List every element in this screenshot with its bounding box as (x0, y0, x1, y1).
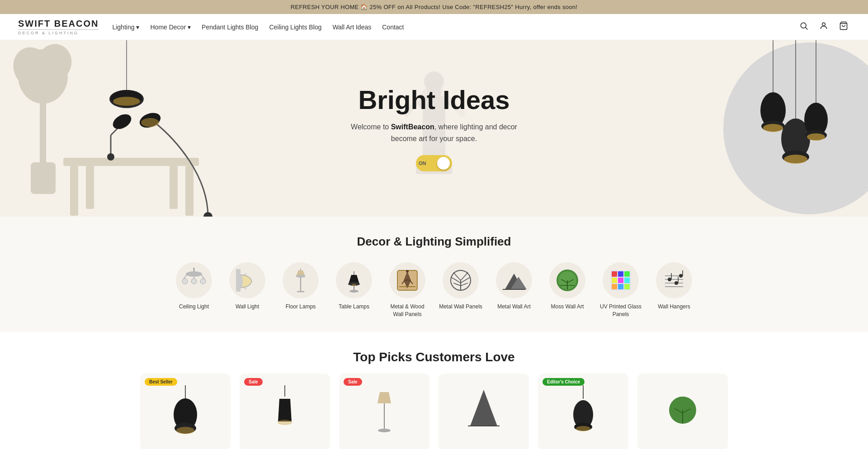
nav-lighting[interactable]: Lighting ▾ (112, 24, 139, 31)
toggle-switch[interactable]: ON (416, 155, 452, 171)
product-card[interactable]: Sale (339, 373, 429, 449)
chevron-down-icon: ▾ (136, 24, 139, 31)
svg-point-20 (110, 111, 134, 132)
svg-rect-86 (618, 284, 623, 289)
svg-line-1 (806, 28, 808, 30)
svg-rect-84 (624, 278, 630, 283)
metal-wall-panels-icon (447, 267, 474, 294)
svg-point-0 (801, 23, 806, 28)
header-icons (797, 19, 850, 34)
category-uv-glass[interactable]: UV Printed Glass Panels (598, 262, 643, 318)
product-cards-row: Best Seller Sale Sale (0, 373, 868, 449)
svg-point-23 (141, 118, 159, 127)
account-icon (819, 21, 828, 30)
category-label-table-lamps: Table Lamps (339, 303, 369, 311)
account-button[interactable] (817, 19, 830, 34)
logo[interactable]: SWIFT BEACON DECOR & LIGHTING (18, 19, 99, 35)
hero-right-pendants (737, 40, 854, 217)
category-ceiling-light[interactable]: Ceiling Light (171, 262, 217, 318)
svg-point-17 (113, 97, 140, 106)
category-metal-wall-panels[interactable]: Metal Wall Panels (438, 262, 483, 318)
chevron-down-icon: ▾ (188, 24, 191, 31)
product-img-area (446, 381, 522, 440)
category-floor-lamps[interactable]: Floor Lamps (278, 262, 323, 318)
top-picks-title: Top Picks Customers Love (0, 350, 868, 364)
category-label-floor-lamps: Floor Lamps (286, 303, 316, 311)
announcement-bar: REFRESH YOUR HOME 🏠 25% OFF on All Produ… (0, 0, 868, 14)
nav-pendant-blog[interactable]: Pendant Lights Blog (202, 24, 258, 31)
svg-point-66 (352, 284, 356, 286)
search-icon (799, 21, 808, 30)
category-table-lamps[interactable]: Table Lamps (331, 262, 377, 318)
svg-rect-85 (612, 284, 617, 289)
badge-sale: Sale (244, 378, 263, 386)
nav-wall-art[interactable]: Wall Art Ideas (332, 24, 371, 31)
product-img-area (147, 381, 223, 440)
floor-lamp-icon (287, 267, 314, 294)
svg-rect-79 (612, 271, 617, 277)
category-label-metal-wood-panels: Metal & Wood Wall Panels (385, 303, 430, 318)
svg-point-92 (668, 278, 671, 281)
svg-marker-106 (470, 390, 497, 426)
svg-rect-82 (612, 278, 617, 283)
cart-button[interactable] (837, 19, 850, 34)
top-picks-section: Top Picks Customers Love Best Seller Sal… (0, 332, 868, 449)
toggle-circle (437, 157, 450, 170)
toggle-label: ON (419, 161, 426, 166)
categories-section: Decor & Lighting Simplified Ceiling Ligh… (0, 217, 868, 332)
hero-section: Bright Ideas Welcome to SwiftBeacon, whe… (0, 40, 868, 217)
hero-subtitle: Welcome to SwiftBeacon, where lighting a… (348, 121, 520, 144)
hero-title: Bright Ideas (348, 85, 520, 114)
svg-rect-8 (31, 162, 56, 194)
product-card[interactable] (637, 373, 728, 449)
category-wall-hangers[interactable]: Wall Hangers (651, 262, 697, 318)
product-pendant-svg (167, 385, 203, 435)
svg-rect-13 (170, 166, 178, 209)
badge-sale: Sale (344, 378, 362, 386)
logo-name: SWIFT BEACON (18, 19, 99, 28)
svg-rect-80 (618, 271, 623, 277)
product-pendant3-svg (565, 385, 601, 435)
svg-point-105 (378, 429, 391, 432)
badge-bestseller: Best Seller (145, 378, 177, 386)
hero-center: Bright Ideas Welcome to SwiftBeacon, whe… (339, 67, 529, 190)
nav-home-decor[interactable]: Home Decor ▾ (150, 24, 191, 31)
category-label-uv-glass: UV Printed Glass Panels (598, 303, 643, 318)
svg-point-53 (200, 279, 206, 284)
category-label-ceiling-light: Ceiling Light (179, 303, 209, 311)
moss-wall-art-icon (554, 267, 581, 294)
category-wall-light[interactable]: Wall Light (225, 262, 270, 318)
svg-point-24 (203, 212, 212, 217)
category-moss-wall-art[interactable]: Moss Wall Art (545, 262, 590, 318)
category-metal-wall-art[interactable]: Metal Wall Art (491, 262, 537, 318)
product-img-area (346, 381, 422, 440)
svg-point-111 (576, 426, 590, 431)
product-card[interactable] (439, 373, 529, 449)
svg-point-103 (278, 420, 292, 425)
wall-light-icon (234, 267, 261, 294)
nav-contact[interactable]: Contact (382, 24, 404, 31)
search-button[interactable] (797, 19, 810, 34)
svg-rect-10 (70, 166, 78, 216)
category-label-metal-wall-panels: Metal Wall Panels (439, 303, 482, 311)
product-wall-art-svg (466, 385, 502, 435)
svg-point-52 (191, 279, 197, 284)
category-label-metal-wall-art: Metal Wall Art (497, 303, 531, 311)
pendants-svg (737, 40, 854, 217)
nav-ceiling-blog[interactable]: Ceiling Lights Blog (269, 24, 321, 31)
logo-divider (18, 29, 99, 30)
logo-sub: DECOR & LIGHTING (18, 31, 79, 35)
product-card[interactable]: Editor's Choice (538, 373, 628, 449)
hero-left-illustration (0, 40, 235, 217)
metal-wall-art-icon (500, 267, 528, 294)
uv-glass-icon (607, 267, 634, 294)
product-card[interactable]: Sale (240, 373, 330, 449)
categories-title: Decor & Lighting Simplified (0, 235, 868, 249)
announcement-text: REFRESH YOUR HOME 🏠 25% OFF on All Produ… (291, 4, 578, 10)
svg-point-55 (238, 275, 243, 288)
svg-point-50 (186, 271, 202, 277)
svg-point-36 (807, 133, 825, 141)
badge-editors: Editor's Choice (542, 378, 585, 386)
product-card[interactable]: Best Seller (140, 373, 231, 449)
category-metal-wood-panels[interactable]: Metal & Wood Wall Panels (385, 262, 430, 318)
